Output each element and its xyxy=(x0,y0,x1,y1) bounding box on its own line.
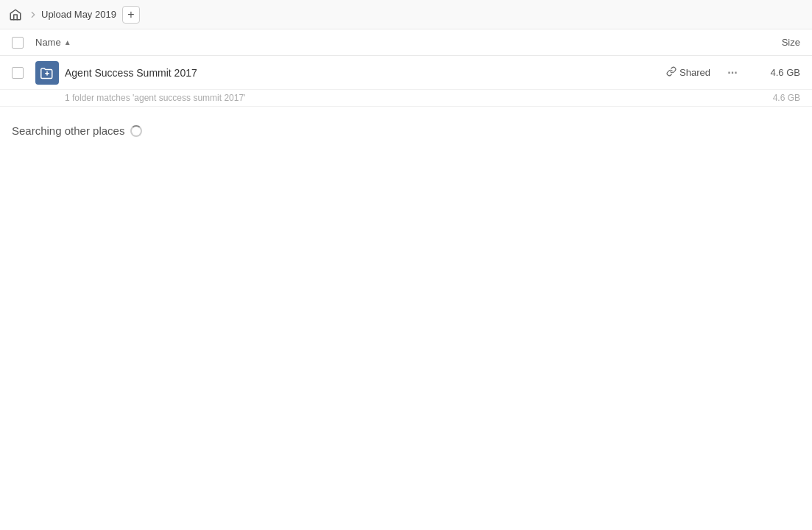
breadcrumb-title: Upload May 2019 xyxy=(41,9,116,20)
table-row[interactable]: Agent Success Summit 2017 Shared ··· 4.6… xyxy=(0,56,812,90)
breadcrumb-bar: Upload May 2019 + xyxy=(0,0,812,29)
searching-section: Searching other places xyxy=(0,107,812,146)
shared-section: Shared xyxy=(666,66,710,79)
sort-arrow-icon: ▲ xyxy=(64,38,71,46)
breadcrumb-separator-icon xyxy=(28,10,38,20)
size-column-header: Size xyxy=(741,37,800,48)
column-header-row: Name ▲ Size xyxy=(0,29,812,56)
name-column-header[interactable]: Name ▲ xyxy=(35,37,741,48)
sub-match-row: 1 folder matches 'agent success summit 2… xyxy=(0,90,812,107)
home-button[interactable] xyxy=(9,8,22,21)
file-size-label: 4.6 GB xyxy=(749,67,800,78)
searching-text: Searching other places xyxy=(12,124,124,137)
sub-match-text: 1 folder matches 'agent success summit 2… xyxy=(65,93,749,103)
add-button[interactable]: + xyxy=(122,6,140,24)
select-all-checkbox[interactable] xyxy=(12,37,35,49)
more-options-button[interactable]: ··· xyxy=(722,63,743,83)
link-icon xyxy=(666,66,677,79)
select-all-checkbox-box[interactable] xyxy=(12,37,24,49)
sub-match-size: 4.6 GB xyxy=(749,93,800,103)
file-name-label: Agent Success Summit 2017 xyxy=(65,67,666,79)
loading-spinner xyxy=(130,125,142,137)
shared-label: Shared xyxy=(679,67,710,78)
row-checkbox[interactable] xyxy=(12,67,35,79)
folder-icon xyxy=(35,61,59,85)
